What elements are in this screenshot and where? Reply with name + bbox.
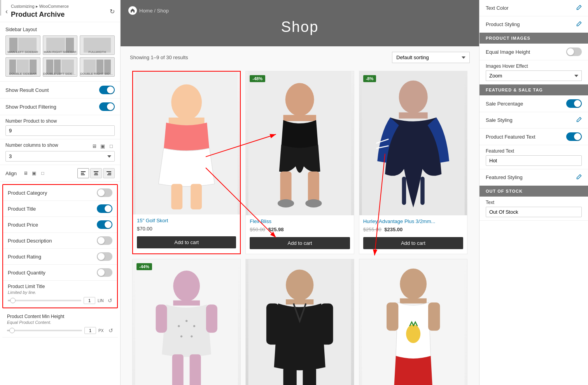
product-price-label: Product Price <box>8 222 38 228</box>
product-name-2[interactable]: Flex Bliss <box>246 215 354 226</box>
product-rating-label: Product Rating <box>8 254 41 260</box>
product-card-3[interactable]: -8% <box>359 71 467 254</box>
align-left-button[interactable] <box>77 168 89 178</box>
layout-thumb-fullwidth[interactable]: FULLWIDTH <box>80 35 115 55</box>
layout-label: DOUBLE SIDEBAR <box>6 72 40 76</box>
product-limit-title-subtitle: Limited by line. <box>8 290 112 295</box>
add-to-cart-button-1[interactable]: Add to cart <box>137 236 236 248</box>
product-featured-text-toggle[interactable] <box>566 132 582 141</box>
product-content-min-height-reset[interactable]: ↺ <box>108 327 113 334</box>
product-quantity-label: Product Quantity <box>8 270 46 276</box>
align-tablet-icon: ▣ <box>31 170 38 177</box>
product-card-6[interactable]: Hurley Torn Perfect $45.00 Select option… <box>359 259 467 385</box>
sort-select[interactable]: Default sorting Sort by popularity Sort … <box>392 52 470 63</box>
product-title-row: Product Title <box>3 201 117 217</box>
show-result-count-toggle[interactable] <box>99 86 115 94</box>
align-right-button[interactable] <box>103 168 115 178</box>
product-card-4[interactable]: -44% <box>132 259 241 385</box>
svg-rect-12 <box>171 184 182 209</box>
desktop-icon: 🖥 <box>91 142 98 149</box>
out-of-stock-header: OUT OF STOCK <box>480 186 588 197</box>
product-limit-title-value[interactable]: 1 <box>84 297 95 304</box>
sale-styling-row: Sale Styling <box>480 112 588 128</box>
product-title-toggle[interactable] <box>97 204 112 213</box>
product-limit-title-track[interactable] <box>8 300 81 301</box>
product-featured-text-row: Product Featured Text <box>480 128 588 145</box>
layout-label: MAIN LEFT SIDEBAR <box>6 50 40 54</box>
svg-point-15 <box>285 83 314 116</box>
product-image-3: -8% <box>359 71 467 215</box>
svg-point-48 <box>400 269 427 299</box>
product-card-2[interactable]: -48% Flex Bliss <box>245 71 354 254</box>
product-image-5 <box>246 259 354 385</box>
layout-thumb-left-sidebar[interactable]: MAIN LEFT SIDEBAR <box>5 35 40 55</box>
product-grid: 15" Golf Skort $70.00 Add to cart -48% <box>121 69 479 385</box>
product-quantity-toggle[interactable] <box>97 268 112 277</box>
equal-image-height-label: Equal Image Height <box>486 49 530 55</box>
text-color-label: Text Color <box>486 5 509 11</box>
product-name-1[interactable]: 15" Golf Skort <box>133 214 240 225</box>
product-card-1[interactable]: 15" Golf Skort $70.00 Add to cart <box>132 71 241 254</box>
featured-styling-edit-button[interactable] <box>576 174 582 181</box>
out-of-stock-text-input[interactable] <box>486 207 582 217</box>
align-center-button[interactable] <box>90 168 102 178</box>
images-hover-effect-select[interactable]: Zoom Fade Slide None <box>486 70 582 81</box>
product-content-min-height-subtitle: Equal Product Content. <box>7 320 113 325</box>
svg-rect-46 <box>303 367 316 385</box>
refresh-button[interactable]: ↻ <box>110 8 115 15</box>
back-button[interactable]: ‹ <box>5 7 8 16</box>
layout-thumb-right-sidebar[interactable]: MAIN RIGHT SIDEBAR <box>43 35 78 55</box>
price-sale-2: $25.98 <box>268 227 284 232</box>
mobile-icon: □ <box>108 142 115 149</box>
sale-percentage-label: Sale Percentage <box>486 101 523 107</box>
add-to-cart-button-3[interactable]: Add to cart <box>363 237 463 249</box>
product-limit-title-reset[interactable]: ↺ <box>108 297 112 304</box>
show-product-filtering-toggle[interactable] <box>99 102 115 111</box>
product-category-row: Product Category <box>3 185 117 201</box>
show-result-count-row: Show Result Count <box>0 82 120 98</box>
sale-percentage-toggle[interactable] <box>566 99 582 108</box>
svg-rect-5 <box>94 174 98 175</box>
product-description-label: Product Description <box>8 238 52 244</box>
tablet-icon: ▣ <box>99 142 106 149</box>
svg-point-22 <box>399 81 427 114</box>
layout-thumb-double-right[interactable]: DOUBLE RIGHT SIDEBAR <box>80 57 115 77</box>
product-content-min-height-track[interactable] <box>7 330 82 331</box>
svg-point-41 <box>286 269 313 300</box>
panel-header: ‹ Customizing ▸ WooCommerce Product Arch… <box>0 0 120 22</box>
layout-thumb-double-left[interactable]: DOUBLE LEFT SIDEBAR <box>43 57 78 77</box>
product-description-toggle[interactable] <box>97 236 112 245</box>
price-regular-1: $70.00 <box>137 226 152 232</box>
layout-label: DOUBLE RIGHT SIDEBAR <box>80 72 114 76</box>
product-rating-toggle[interactable] <box>97 252 112 261</box>
layout-thumb-double[interactable]: DOUBLE SIDEBAR <box>5 57 40 77</box>
number-columns-select[interactable]: 3 2 4 <box>5 151 115 162</box>
main-wrapper: Home / Shop Shop Showing 1–9 of 30 resul… <box>121 0 479 385</box>
add-to-cart-button-2[interactable]: Add to cart <box>250 237 350 249</box>
product-styling-edit-button[interactable] <box>576 21 582 28</box>
sale-styling-edit-button[interactable] <box>576 117 582 123</box>
product-name-3[interactable]: Hurley Advantage Plus 3/2mm... <box>359 215 467 226</box>
product-category-toggle[interactable] <box>97 188 112 197</box>
show-result-count-label: Show Result Count <box>5 87 49 93</box>
product-price-toggle[interactable] <box>97 220 112 229</box>
text-color-row: Text Color <box>480 0 588 16</box>
number-product-input[interactable] <box>5 125 115 136</box>
product-category-label: Product Category <box>8 190 47 196</box>
equal-image-height-toggle[interactable] <box>566 47 582 56</box>
product-description-row: Product Description <box>3 233 117 249</box>
text-color-edit-button[interactable] <box>576 5 582 11</box>
layout-grid: MAIN LEFT SIDEBAR MAIN RIGHT SIDEBAR FUL… <box>5 35 115 77</box>
product-content-min-height-value[interactable]: 1 <box>84 327 96 334</box>
number-columns-row: Number columns to show 🖥 ▣ □ 3 2 4 <box>0 139 120 165</box>
product-title-label: Product Title <box>8 206 36 212</box>
svg-point-19 <box>278 199 294 207</box>
svg-point-29 <box>173 271 200 301</box>
featured-text-input[interactable] <box>486 155 582 166</box>
product-card-5[interactable]: Hurley Reversible Bomber Tunic $90.00 Ad… <box>245 259 354 385</box>
product-limit-title-unit: LIN <box>98 299 105 303</box>
home-icon <box>128 6 137 15</box>
number-product-label: Number Product to show <box>5 118 115 124</box>
svg-rect-52 <box>428 302 440 331</box>
product-styling-row: Product Styling <box>480 16 588 33</box>
